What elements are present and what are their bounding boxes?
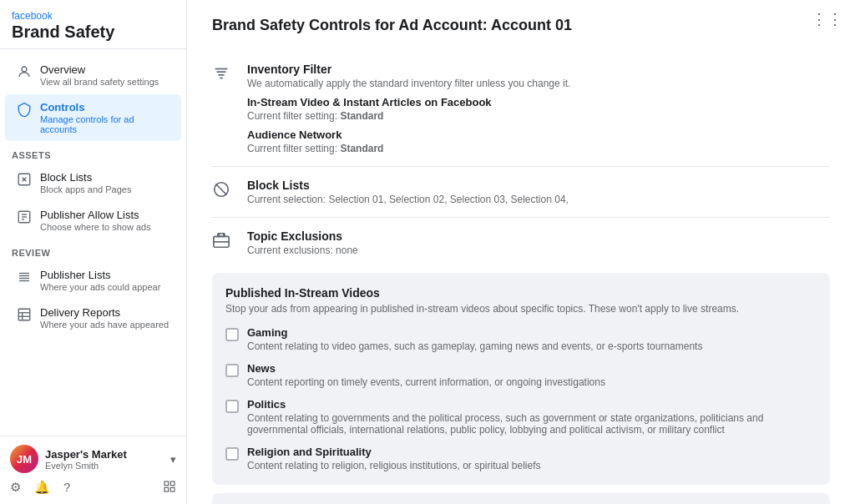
help-icon[interactable]: ? (63, 480, 70, 496)
sidebar-item-overview[interactable]: Overview View all brand safety settings (5, 57, 181, 93)
sidebar-nav: Overview View all brand safety settings … (0, 49, 186, 436)
controls-sub: Manage controls for ad accounts (40, 114, 169, 134)
svg-rect-16 (164, 481, 169, 486)
topic-exclusions-row: Topic Exclusions Current exclusions: non… (212, 218, 830, 263)
overview-title: Overview (40, 63, 159, 76)
gaming-checkbox[interactable] (225, 328, 239, 341)
inventory-filter-content: Inventory Filter We automatically apply … (247, 63, 570, 154)
block-lists-text: Block Lists Block apps and Pages (40, 171, 131, 194)
religion-text: Religion and Spirituality Content relati… (247, 446, 541, 471)
inventory-filter-title: Inventory Filter (247, 63, 570, 76)
instream-title: In-Stream Video & Instant Articles on Fa… (247, 96, 570, 108)
assets-label: Assets (0, 142, 186, 164)
settings-icon[interactable]: ⚙ (10, 480, 21, 496)
topic-exclusions-content: Topic Exclusions Current exclusions: non… (247, 229, 358, 256)
svg-rect-12 (18, 309, 30, 320)
page-title: Brand Safety Controls for Ad Account: Ac… (212, 17, 830, 34)
publisher-allow-title: Publisher Allow Lists (40, 209, 151, 221)
topic-exclusions-icon (212, 231, 237, 252)
list-check-icon (17, 209, 32, 224)
politics-checkbox[interactable] (225, 400, 239, 413)
block-lists-current: Current selection: Selection 01, Selecti… (247, 194, 569, 205)
overview-sub: View all brand safety settings (40, 77, 159, 87)
svg-rect-19 (170, 487, 175, 491)
sidebar-footer: JM Jasper's Market Evelyn Smith ▾ ⚙ 🔔 ? (0, 436, 186, 504)
grid-small-icon[interactable] (163, 480, 176, 496)
published-instream-title: Published In-Stream Videos (225, 286, 817, 300)
sidebar-brand: facebook (12, 10, 114, 22)
shield-icon (17, 102, 32, 117)
delivery-reports-title: Delivery Reports (40, 306, 169, 319)
inventory-filter-row: Inventory Filter We automatically apply … (212, 51, 830, 167)
block-lists-section-title: Block Lists (247, 179, 569, 192)
sidebar-item-block-lists[interactable]: Block Lists Block apps and Pages (5, 164, 181, 201)
sidebar-title: Brand Safety (12, 22, 114, 42)
svg-rect-17 (170, 481, 175, 486)
publisher-lists-text: Publisher Lists Where your ads could app… (40, 269, 160, 292)
published-instream-section: Published In-Stream Videos Stop your ads… (212, 273, 830, 485)
publisher-allow-lists-text: Publisher Allow Lists Choose where to sh… (40, 209, 151, 232)
block-lists-sub: Block apps and Pages (40, 184, 131, 194)
politics-text: Politics Content relating to governments… (247, 398, 817, 436)
review-label: Review (0, 239, 186, 261)
user-sub: Evelyn Smith (45, 461, 127, 471)
sidebar-item-publisher-allow-lists[interactable]: Publisher Allow Lists Choose where to sh… (5, 202, 181, 239)
block-lists-title: Block Lists (40, 171, 131, 184)
svg-line-25 (216, 184, 227, 195)
block-lists-row: Block Lists Current selection: Selection… (212, 167, 830, 218)
news-desc: Content reporting on timely events, curr… (247, 376, 605, 388)
user-profile[interactable]: JM Jasper's Market Evelyn Smith ▾ (10, 445, 176, 473)
overview-text: Overview View all brand safety settings (40, 63, 159, 87)
gaming-desc: Content relating to video games, such as… (247, 340, 702, 352)
block-lists-content: Block Lists Current selection: Selection… (247, 179, 569, 205)
sidebar: facebook Brand Safety ⋮⋮ Overview View a… (0, 0, 187, 504)
publisher-lists-sub: Where your ads could appear (40, 282, 160, 292)
sidebar-header: facebook Brand Safety ⋮⋮ (0, 0, 186, 49)
audience-network-item: Audience Network Current filter setting:… (247, 129, 570, 154)
block-icon (17, 172, 32, 187)
user-text: Jasper's Market Evelyn Smith (45, 448, 127, 471)
religion-desc: Content relating to religion, religious … (247, 460, 541, 471)
instream-detail: Current filter setting: Standard (247, 110, 570, 122)
topic-news: News Content reporting on timely events,… (225, 362, 817, 388)
religion-checkbox[interactable] (225, 447, 239, 461)
politics-name: Politics (247, 398, 817, 411)
controls-title: Controls (40, 101, 169, 113)
sidebar-item-controls[interactable]: Controls Manage controls for ad accounts (5, 94, 181, 141)
sidebar-item-delivery-reports[interactable]: Delivery Reports Where your ads have app… (5, 300, 181, 336)
politics-desc: Content relating to governments and the … (247, 412, 817, 436)
delivery-reports-sub: Where your ads have appeared (40, 320, 169, 330)
table-icon (17, 307, 32, 322)
audience-network-title: Audience Network (247, 129, 570, 141)
person-circle-icon (17, 64, 32, 79)
main-content: Brand Safety Controls for Ad Account: Ac… (187, 0, 855, 504)
delivery-reports-text: Delivery Reports Where your ads have app… (40, 306, 169, 330)
religion-name: Religion and Spirituality (247, 446, 541, 458)
audience-network-detail: Current filter setting: Standard (247, 143, 570, 154)
controls-text: Controls Manage controls for ad accounts (40, 101, 169, 134)
news-checkbox[interactable] (225, 364, 239, 377)
publisher-allow-sub: Choose where to show ads (40, 222, 151, 232)
footer-icons: ⚙ 🔔 ? (10, 473, 176, 496)
inventory-filter-desc: We automatically apply the standard inve… (247, 78, 570, 89)
topic-exclusions-title: Topic Exclusions (247, 229, 358, 243)
news-name: News (247, 362, 605, 375)
svg-point-0 (22, 67, 27, 72)
bell-icon[interactable]: 🔔 (34, 480, 50, 496)
gaming-text: Gaming Content relating to video games, … (247, 326, 702, 352)
filter-icon (212, 64, 237, 85)
live-streams-section: Live Streams Stop your ads from appearin… (212, 493, 830, 504)
user-name: Jasper's Market (45, 448, 127, 461)
published-instream-desc: Stop your ads from appearing in publishe… (225, 303, 817, 315)
topic-religion: Religion and Spirituality Content relati… (225, 446, 817, 471)
chevron-down-icon: ▾ (170, 453, 176, 466)
instream-video-item: In-Stream Video & Instant Articles on Fa… (247, 96, 570, 122)
gaming-name: Gaming (247, 326, 702, 339)
block-lists-icon (212, 180, 237, 201)
sidebar-item-publisher-lists[interactable]: Publisher Lists Where your ads could app… (5, 262, 181, 299)
list-lines-icon (17, 270, 32, 285)
svg-rect-18 (164, 487, 169, 491)
topic-politics: Politics Content relating to governments… (225, 398, 817, 436)
news-text: News Content reporting on timely events,… (247, 362, 605, 388)
publisher-lists-title: Publisher Lists (40, 269, 160, 281)
